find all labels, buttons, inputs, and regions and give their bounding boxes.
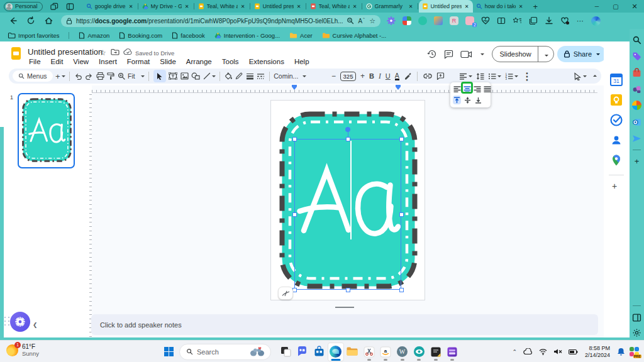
shopping-tag-icon[interactable] [632,52,641,61]
indent-marker[interactable] [292,87,297,92]
snipping-tool-icon[interactable] [361,343,378,361]
align-left-option[interactable] [453,85,461,94]
wifi-icon[interactable] [539,348,547,355]
chat-app-icon[interactable] [294,343,311,361]
favorite-star-icon[interactable]: ☆ [369,17,375,25]
bulleted-list-button[interactable] [488,73,501,80]
document-title[interactable]: Untitled presentation [28,47,103,57]
font-size-field[interactable]: 325 [340,72,356,81]
minimize-button[interactable]: ─ [587,3,606,9]
wallet-app-icon[interactable] [444,343,461,361]
bookmark-amazon[interactable]: Amazon [79,32,109,39]
vertical-align-bottom-option[interactable] [474,96,482,104]
slides-logo[interactable] [11,47,21,60]
present-camera-icon[interactable] [460,50,472,59]
sidebar-search-icon[interactable] [632,35,641,45]
close-icon[interactable]: ✕ [128,4,134,9]
browser-menu-icon[interactable]: ⋯ [577,17,584,25]
insert-line-button[interactable] [203,72,216,80]
align-right-option[interactable] [473,85,481,94]
print-button[interactable] [96,72,104,80]
shopping-bag-icon[interactable] [632,68,641,77]
version-history-icon[interactable] [427,49,437,59]
tab-grammarly[interactable]: Grammarly✕ [363,0,417,13]
start-button[interactable] [164,346,174,357]
games-icon[interactable] [632,84,641,94]
notes-resize-handle[interactable] [335,307,354,308]
bookmark-intervention[interactable]: Intervention - Goog... [214,32,280,39]
slideshow-button[interactable]: Slideshow [492,46,554,62]
underline-button[interactable]: U [386,72,391,80]
insert-link-button[interactable] [423,74,432,79]
resize-handle-s[interactable] [346,288,350,292]
new-tab-button[interactable]: + [533,2,538,11]
vertical-align-top-option[interactable] [453,96,461,104]
read-aloud-icon[interactable]: A⌃ [358,17,365,25]
menu-file[interactable]: File [24,57,46,67]
redo-button[interactable] [85,73,93,80]
copilot-icon[interactable] [591,16,601,26]
weather-widget[interactable]: 1 61°F Sunny [6,343,39,357]
slide-page[interactable] [270,100,425,300]
tab-my-drive[interactable]: My Drive - Go✕ [139,0,193,13]
close-icon[interactable]: ✕ [296,4,302,9]
sidebar-panel-icon[interactable] [632,313,641,322]
close-icon[interactable]: ✕ [408,4,414,9]
edge-browser-icon[interactable] [328,343,345,361]
share-button[interactable]: Share [557,46,606,62]
onedrive-icon[interactable] [523,348,533,355]
bold-button[interactable]: B [369,72,374,80]
bookmark-import-favorites[interactable]: Import favorites [8,32,59,39]
close-icon[interactable]: ✕ [184,4,190,9]
star-icon[interactable]: ☆ [99,48,106,57]
extension-r-icon[interactable]: R [450,16,458,25]
pen-tools-button[interactable] [574,72,587,80]
text-box-selection[interactable] [294,139,401,290]
keep-icon[interactable] [610,94,623,106]
home-icon[interactable] [44,16,53,25]
tab-google-drive[interactable]: google drive✕ [83,0,137,13]
get-addons-button[interactable]: + [612,181,617,191]
extension-flower-icon[interactable] [387,16,396,25]
bookmark-booking[interactable]: Booking.com [119,32,162,39]
grammarly-drag-handle[interactable] [4,317,10,327]
close-icon[interactable]: ✕ [464,4,470,9]
align-button[interactable] [459,73,472,80]
insert-image-button[interactable] [180,72,189,80]
slide-thumbnail[interactable] [18,93,75,168]
paint-format-button[interactable] [107,72,114,80]
tab-how-do-i-take[interactable]: how do i take✕ [473,0,527,13]
speaker-notes-box[interactable]: Click to add speaker notes [91,314,598,335]
collections-icon[interactable] [529,16,538,25]
clock[interactable]: 8:58 PM 2/14/2024 [585,345,610,359]
close-icon[interactable]: ✕ [240,4,246,9]
menu-insert[interactable]: Insert [94,57,122,67]
saved-status[interactable]: Saved to Drive [135,50,174,57]
menu-slide[interactable]: Slide [155,57,181,67]
move-folder-icon[interactable] [111,48,119,56]
zoom-out-icon[interactable] [347,17,354,25]
text-color-button[interactable]: A [395,72,399,80]
tab-untitled-1[interactable]: Untitled prese✕ [251,0,305,13]
tray-expand-icon[interactable]: ⌃ [512,349,517,355]
microsoft365-icon[interactable] [632,101,641,110]
wallet-edge-icon[interactable] [560,16,570,25]
resize-handle-nw[interactable] [292,137,297,141]
share-dropdown[interactable] [596,53,600,57]
tab-untitled-active[interactable]: Untitled prese✕ [419,0,473,13]
resize-handle-e[interactable] [399,212,404,217]
decrease-font-button[interactable]: − [331,72,336,80]
zoom-fit-select[interactable]: Fit [128,72,145,80]
tab-actions-icon[interactable] [66,3,74,11]
bookmark-cursive-alphabet[interactable]: Cursive Alphabet -... [322,32,387,39]
refresh-icon[interactable] [26,16,35,25]
extension-briefcase-icon[interactable] [434,16,443,25]
url-field[interactable]: https://docs.google.com/presentation/d/1… [61,15,380,27]
zoom-button[interactable] [118,72,125,80]
wordpress-icon[interactable]: W [394,343,411,361]
bookmark-facebook[interactable]: facebook [172,32,205,39]
grammarly-button[interactable] [10,312,30,332]
undo-button[interactable] [74,73,82,80]
eye-app-icon[interactable] [411,343,428,361]
calendar-icon[interactable]: 31 [610,74,623,86]
